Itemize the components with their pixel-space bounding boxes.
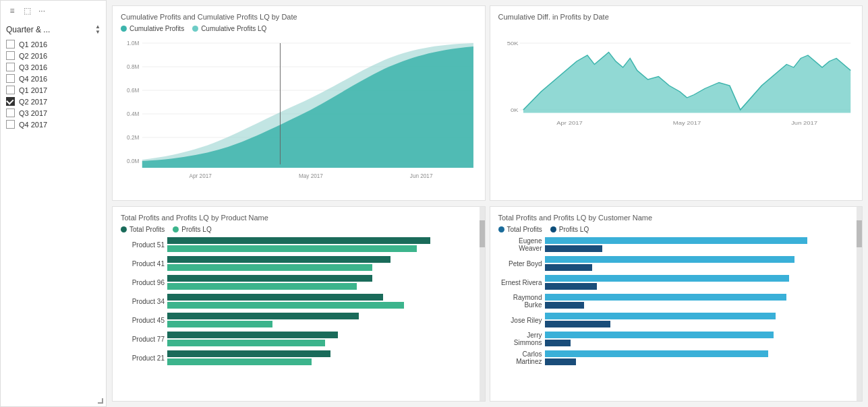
customer-lq-bar	[545, 283, 598, 290]
customer-lq-bar	[545, 340, 571, 346]
more-icon[interactable]: ···	[36, 6, 48, 15]
main-content: Cumulative Profits and Cumulative Profit…	[107, 0, 868, 407]
customer-total-profits-bar	[545, 332, 774, 338]
legend-dot-lq	[192, 26, 198, 32]
cumulative-profits-legend: Cumulative Profits Cumulative Profits LQ	[121, 25, 477, 32]
customer-bar-row: Jose Riley	[498, 313, 855, 327]
checkbox-Q2-2017[interactable]	[6, 97, 15, 106]
product-bar-row: Product 96	[121, 275, 477, 290]
product-chart-legend: Total Profits Profits LQ	[121, 226, 477, 233]
customer-lq-bar	[545, 321, 610, 327]
customer-bar-group	[545, 294, 855, 309]
customer-bar-row: Jerry Simmons	[498, 332, 855, 346]
legend-total-profits-customer: Total Profits	[498, 226, 542, 233]
legend-label-total: Total Profits	[129, 226, 165, 233]
customer-scrollbar-thumb[interactable]	[857, 220, 862, 247]
sidebar: ≡ ⬚ ··· Quarter & ... ▲ ▼ Q1 2016Q2 2016…	[0, 0, 107, 407]
legend-dot-total-customer	[498, 226, 504, 232]
product-bar-chart[interactable]: Product 51Product 41Product 96Product 34…	[121, 237, 477, 369]
legend-cumulative-lq: Cumulative Profits LQ	[192, 25, 266, 32]
cumulative-diff-title: Cumulative Diff. in Profits by Date	[498, 13, 855, 21]
product-bar-group	[167, 275, 477, 290]
product-scrollbar-thumb[interactable]	[480, 220, 485, 247]
cumulative-profits-panel: Cumulative Profits and Cumulative Profit…	[112, 5, 486, 201]
sidebar-item-Q3-2016[interactable]: Q3 2016	[6, 61, 100, 73]
product-bar-row: Product 51	[121, 237, 477, 252]
svg-text:Jun 2017: Jun 2017	[410, 173, 433, 179]
legend-lq-product: Profits LQ	[173, 226, 211, 233]
filter-title-row[interactable]: Quarter & ... ▲ ▼	[6, 22, 100, 37]
customer-bar-group	[545, 256, 855, 271]
customer-bar-row: Carlos Martinez	[498, 350, 855, 365]
legend-cumulative-profits: Cumulative Profits	[121, 25, 184, 32]
sidebar-header: ≡ ⬚ ···	[6, 6, 100, 18]
legend-total-profits-product: Total Profits	[121, 226, 165, 233]
sidebar-item-Q2-2017[interactable]: Q2 2017	[6, 96, 100, 107]
product-total-profits-bar	[167, 350, 330, 357]
customer-bar-row: Ernest Rivera	[498, 275, 855, 290]
charts-bottom-row: Total Profits and Profits LQ by Product …	[107, 204, 868, 407]
checkbox-Q3-2017[interactable]	[6, 108, 15, 117]
filter-label-Q1-2016: Q1 2016	[19, 40, 47, 49]
svg-text:Apr 2017: Apr 2017	[190, 173, 212, 179]
checkbox-Q4-2017[interactable]	[6, 120, 15, 129]
sidebar-item-Q1-2016[interactable]: Q1 2016	[6, 38, 100, 50]
hamburger-icon[interactable]: ≡	[6, 6, 18, 15]
customer-bar-group	[545, 332, 855, 346]
sidebar-item-Q3-2017[interactable]: Q3 2017	[6, 107, 100, 119]
product-scrollbar[interactable]	[480, 207, 485, 401]
cumulative-profits-title: Cumulative Profits and Cumulative Profit…	[121, 13, 477, 21]
customer-scrollbar[interactable]	[857, 207, 862, 401]
svg-text:0.0M: 0.0M	[127, 158, 139, 164]
customer-bar-row: Peter Boyd	[498, 256, 855, 271]
svg-text:0.8M: 0.8M	[127, 63, 139, 70]
legend-lq-customer: Profits LQ	[550, 226, 589, 233]
sidebar-item-Q1-2017[interactable]: Q1 2017	[6, 84, 100, 96]
product-total-profits-bar	[167, 332, 338, 338]
customer-chart-panel: Total Profits and Profits LQ by Customer…	[490, 206, 863, 402]
sort-arrows[interactable]: ▲ ▼	[95, 24, 100, 35]
legend-dot-lq-customer	[550, 226, 556, 232]
svg-text:Jun 2017: Jun 2017	[791, 120, 817, 126]
product-bar-row: Product 41	[121, 256, 477, 271]
charts-top-row: Cumulative Profits and Cumulative Profit…	[107, 0, 868, 204]
product-bar-group	[167, 294, 477, 309]
product-bar-group	[167, 256, 477, 271]
legend-label-lq-product: Profits LQ	[181, 226, 211, 233]
customer-chart-title: Total Profits and Profits LQ by Customer…	[498, 214, 855, 222]
customer-bar-row: Eugene Weaver	[498, 237, 855, 252]
sidebar-item-Q4-2017[interactable]: Q4 2017	[6, 119, 100, 130]
resize-handle[interactable]	[98, 398, 103, 404]
legend-dot-total	[121, 226, 127, 232]
sidebar-item-Q4-2016[interactable]: Q4 2016	[6, 73, 100, 84]
checkbox-Q1-2017[interactable]	[6, 86, 15, 94]
checkbox-Q1-2016[interactable]	[6, 40, 15, 49]
svg-text:0K: 0K	[510, 106, 518, 113]
customer-bar-group	[545, 275, 855, 290]
svg-text:0.4M: 0.4M	[127, 111, 139, 117]
checkbox-Q4-2016[interactable]	[6, 74, 15, 83]
product-bar-group	[167, 332, 477, 346]
customer-bar-group	[545, 350, 855, 365]
customer-chart-legend: Total Profits Profits LQ	[498, 226, 855, 233]
product-bar-row: Product 77	[121, 332, 477, 346]
svg-text:May 2017: May 2017	[299, 173, 323, 179]
product-total-profits-bar	[167, 294, 383, 301]
customer-bar-label: Carlos Martinez	[498, 350, 542, 365]
cumulative-area-chart: 1.0M 0.8M 0.6M 0.4M 0.2M 0.0M Apr 2017 M…	[121, 36, 477, 185]
customer-lq-bar	[545, 245, 603, 252]
checkbox-Q3-2016[interactable]	[6, 63, 15, 71]
legend-dot-profits	[121, 26, 127, 32]
chart-icon[interactable]: ⬚	[21, 6, 33, 15]
checkbox-Q2-2016[interactable]	[6, 51, 15, 60]
customer-bar-label: Raymond Burke	[498, 294, 542, 309]
customer-bar-chart[interactable]: Eugene WeaverPeter BoydErnest RiveraRaym…	[498, 237, 855, 369]
sidebar-item-Q2-2016[interactable]: Q2 2016	[6, 50, 100, 61]
product-bar-group	[167, 237, 477, 252]
customer-lq-bar	[545, 358, 577, 365]
product-bar-label: Product 34	[121, 298, 165, 305]
filter-label-Q2-2016: Q2 2016	[19, 52, 47, 60]
sidebar-items: Q1 2016Q2 2016Q3 2016Q4 2016Q1 2017Q2 20…	[6, 38, 100, 130]
product-chart-title: Total Profits and Profits LQ by Product …	[121, 214, 477, 222]
product-total-profits-bar	[167, 237, 430, 244]
